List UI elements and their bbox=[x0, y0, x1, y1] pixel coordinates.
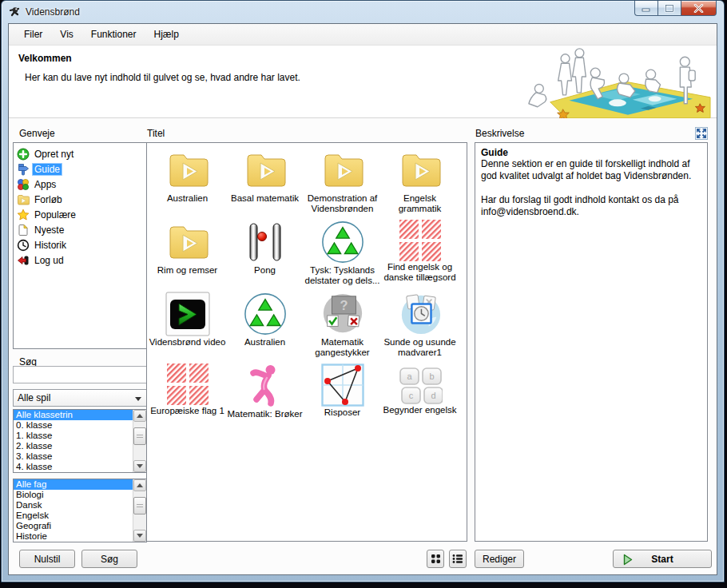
scroll-thumb[interactable] bbox=[133, 427, 146, 445]
menu-vis[interactable]: Vis bbox=[51, 25, 81, 44]
red-hatched-tiles-icon bbox=[399, 220, 441, 261]
sidebar-item-label: Log ud bbox=[33, 255, 66, 266]
start-button-label: Start bbox=[651, 554, 673, 565]
tile-label: Begynder engelsk bbox=[383, 405, 456, 415]
menu-hjaelp[interactable]: Hjælp bbox=[145, 25, 188, 44]
minimize-button[interactable] bbox=[634, 1, 657, 16]
reset-button[interactable]: Nulstil bbox=[19, 550, 75, 568]
tile-australien-2[interactable]: Australien bbox=[226, 292, 304, 364]
tile-label: Tysk: Tysklands delstater og dels... bbox=[304, 265, 381, 286]
title-bar[interactable]: Vidensbrønd bbox=[2, 1, 724, 23]
subject-scrollbar[interactable] bbox=[133, 479, 146, 542]
grade-option[interactable]: 1. klasse bbox=[14, 431, 133, 441]
logout-icon bbox=[17, 254, 30, 267]
tile-label: Risposer bbox=[324, 407, 360, 418]
scroll-up-icon[interactable] bbox=[133, 410, 146, 422]
scroll-down-icon[interactable] bbox=[133, 530, 146, 542]
pong-paddles-icon bbox=[243, 220, 288, 264]
tile-label: Demonstration af Vidensbrønden bbox=[304, 193, 381, 214]
window-controls bbox=[634, 1, 717, 16]
grade-listbox: Alle klassetrin 0. klasse 1. klasse 2. k… bbox=[13, 409, 147, 473]
globe-clock-icon bbox=[398, 292, 443, 336]
tile-begynder-engelsk[interactable]: Begynder engelsk bbox=[381, 364, 459, 435]
folder-play-icon bbox=[320, 148, 365, 193]
tile-label: Sunde og usunde madvarer1 bbox=[382, 337, 459, 358]
create-new-icon bbox=[17, 148, 30, 161]
sidebar-item-apps[interactable]: Apps bbox=[14, 177, 146, 192]
grid-view-icon bbox=[431, 554, 441, 564]
description-panel: Guide Denne sektion er en guide til fors… bbox=[475, 142, 708, 542]
search-button[interactable]: Søg bbox=[81, 550, 137, 568]
welcome-heading: Velkommen bbox=[18, 53, 72, 64]
letter-keys-icon bbox=[398, 368, 443, 404]
sidebar-item-label: Guide bbox=[33, 164, 62, 175]
expand-arrows-icon[interactable] bbox=[695, 127, 708, 140]
search-input[interactable] bbox=[13, 366, 147, 383]
app-window: Vidensbrønd bbox=[1, 0, 725, 582]
sidebar-item-nyeste[interactable]: Nyeste bbox=[14, 222, 146, 237]
grade-option[interactable]: 4. klasse bbox=[14, 462, 133, 472]
subject-option[interactable]: Alle fag bbox=[14, 479, 133, 490]
grade-option[interactable]: 3. klasse bbox=[14, 451, 133, 462]
edit-button[interactable]: Rediger bbox=[475, 550, 524, 568]
sidebar-item-populaere[interactable]: Populære bbox=[14, 207, 146, 222]
subject-option[interactable]: Dansk bbox=[14, 500, 133, 511]
subject-option[interactable]: Geografi bbox=[14, 521, 133, 531]
sidebar-item-log-ud[interactable]: Log ud bbox=[14, 252, 146, 268]
menu-filer[interactable]: Filer bbox=[15, 25, 51, 44]
grid-view-button[interactable] bbox=[427, 550, 444, 568]
star-icon bbox=[17, 209, 30, 221]
tile-label: Europæiske flag 1 bbox=[150, 406, 224, 416]
grade-option[interactable]: Alle klassetrin bbox=[14, 410, 133, 420]
list-view-button[interactable] bbox=[449, 550, 467, 568]
description-paragraph-1: Denne sektion er en guide til forskellig… bbox=[481, 158, 701, 182]
tile-europaeiske-flag[interactable]: Europæiske flag 1 bbox=[149, 364, 226, 435]
sidebar-item-historik[interactable]: Historik bbox=[14, 237, 146, 252]
grade-option[interactable]: 0. klasse bbox=[14, 420, 133, 431]
tile-rim-og-remser[interactable]: Rim og remser bbox=[149, 220, 226, 292]
tile-risposer[interactable]: Risposer bbox=[304, 364, 381, 435]
shortcuts-label: Genveje bbox=[19, 128, 55, 139]
maximize-button[interactable] bbox=[657, 1, 681, 16]
sidebar-item-guide[interactable]: Guide bbox=[14, 161, 146, 177]
description-paragraph-2: Har du forslag til godt indhold kontakt … bbox=[481, 194, 701, 218]
scroll-up-icon[interactable] bbox=[133, 479, 146, 491]
folder-play-icon bbox=[398, 148, 443, 193]
triangle-graph-icon bbox=[321, 364, 364, 407]
sidebar-item-opret-nyt[interactable]: Opret nyt bbox=[14, 146, 146, 161]
tile-demonstration[interactable]: Demonstration af Vidensbrønden bbox=[304, 148, 381, 220]
tile-tysk-delstater[interactable]: Tysk: Tysklands delstater og dels... bbox=[304, 220, 381, 292]
play-icon bbox=[623, 554, 633, 566]
category-dropdown[interactable]: Alle spil bbox=[13, 389, 147, 407]
window-title: Vidensbrønd bbox=[26, 6, 80, 18]
tile-label: Rim og remser bbox=[157, 265, 217, 276]
tile-find-tillaegsord[interactable]: Find engelsk og danske tillægsord bbox=[381, 220, 459, 292]
close-icon bbox=[693, 4, 704, 13]
subject-option[interactable]: Biologi bbox=[14, 490, 133, 500]
subject-option[interactable]: Historie bbox=[14, 531, 133, 542]
scroll-thumb[interactable] bbox=[133, 497, 146, 514]
tile-matematik-broker[interactable]: Matematik: Brøker bbox=[226, 364, 304, 435]
description-heading: Guide bbox=[481, 147, 701, 158]
apps-icon bbox=[17, 178, 30, 191]
grade-option[interactable]: 2. klasse bbox=[14, 441, 133, 451]
tile-label: Basal matematik bbox=[231, 193, 299, 204]
tile-australien[interactable]: Australien bbox=[149, 148, 226, 220]
tile-label: Find engelsk og danske tillægsord bbox=[382, 262, 459, 283]
tile-basal-matematik[interactable]: Basal matematik bbox=[226, 148, 304, 220]
folder-play-icon bbox=[165, 148, 210, 193]
subject-option[interactable]: Engelsk bbox=[14, 511, 133, 521]
tile-label: Engelsk grammatik bbox=[382, 193, 459, 214]
tile-engelsk-grammatik[interactable]: Engelsk grammatik bbox=[381, 148, 459, 220]
grade-scrollbar[interactable] bbox=[133, 410, 146, 472]
tile-pong[interactable]: Pong bbox=[226, 220, 304, 292]
sidebar-item-forlob[interactable]: Forløb bbox=[14, 192, 146, 207]
menu-funktioner[interactable]: Funktioner bbox=[82, 25, 145, 44]
tile-vidensbrond-video[interactable]: Vidensbrønd video bbox=[149, 292, 226, 364]
start-button[interactable]: Start bbox=[613, 550, 712, 568]
scroll-down-icon[interactable] bbox=[133, 460, 146, 472]
tile-gangestykker[interactable]: Matematik gangestykker bbox=[304, 292, 381, 364]
guide-signpost-icon bbox=[17, 163, 30, 176]
close-button[interactable] bbox=[681, 1, 717, 16]
tile-sunde-madvarer[interactable]: Sunde og usunde madvarer1 bbox=[381, 292, 459, 364]
